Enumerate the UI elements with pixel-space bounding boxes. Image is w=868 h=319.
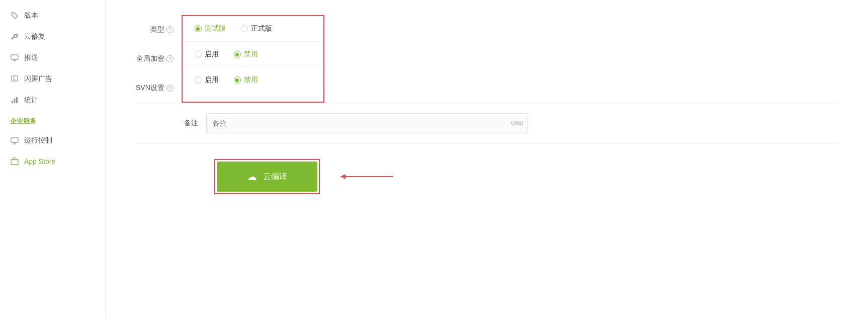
type-label-row: 类型 ? — [136, 15, 182, 44]
svg-rect-3 — [12, 101, 13, 103]
svg-rect-7 — [11, 160, 18, 165]
type-options-row: 测试版 正式版 — [183, 16, 323, 42]
desktop-icon — [10, 136, 19, 145]
wrench-icon — [10, 32, 19, 41]
encrypt-options-row: 启用 禁用 — [183, 42, 323, 67]
type-test-option[interactable]: 测试版 — [195, 24, 226, 33]
sidebar-item-stats[interactable]: 统计 — [0, 90, 105, 111]
enterprise-section-header: 企业服务 — [0, 113, 105, 130]
type-official-radio[interactable] — [241, 25, 248, 32]
monitor-icon — [10, 53, 19, 62]
display-icon — [10, 74, 19, 84]
sidebar-item-run-control[interactable]: 运行控制 — [0, 130, 105, 151]
svg-rect-4 — [14, 99, 16, 103]
sidebar-item-app-store-label: App Store — [24, 157, 55, 166]
arrow-svg — [333, 169, 398, 184]
encrypt-label-row: 全局加密 ? — [136, 44, 182, 73]
chart-icon — [10, 96, 19, 105]
encrypt-disable-label: 禁用 — [244, 50, 258, 59]
svn-disable-radio[interactable] — [234, 76, 241, 84]
sidebar: 版本 云修复 推送 闪屏广告 — [0, 0, 106, 319]
encrypt-enable-label: 启用 — [205, 50, 219, 59]
svg-rect-6 — [11, 138, 18, 142]
sidebar-item-app-store[interactable]: App Store — [0, 151, 105, 172]
sidebar-item-flash-ad-label: 闪屏广告 — [24, 74, 52, 84]
svg-rect-1 — [11, 55, 18, 59]
svn-disable-label: 禁用 — [244, 75, 258, 85]
svg-point-0 — [13, 14, 14, 15]
arrow-indicator — [333, 169, 398, 184]
compile-button[interactable]: ☁ 云编译 — [217, 162, 317, 192]
sidebar-item-flash-ad[interactable]: 闪屏广告 — [0, 68, 105, 90]
encrypt-help-icon[interactable]: ? — [166, 55, 173, 62]
sidebar-item-cloud-repair[interactable]: 云修复 — [0, 26, 105, 47]
remark-input-wrapper: 0/80 — [206, 113, 528, 133]
svg-marker-9 — [340, 174, 345, 179]
compile-button-area: ☁ 云编译 — [136, 144, 838, 209]
store-icon — [10, 157, 19, 166]
sidebar-item-version-label: 版本 — [24, 11, 38, 20]
remark-input[interactable] — [206, 113, 528, 133]
sidebar-item-run-control-label: 运行控制 — [24, 136, 52, 145]
svn-enable-label: 启用 — [205, 75, 219, 85]
sidebar-item-stats-label: 统计 — [24, 96, 38, 105]
remark-counter: 0/80 — [511, 120, 523, 127]
svn-label: SVN设置 — [136, 84, 164, 93]
encrypt-disable-radio[interactable] — [234, 51, 241, 58]
tag-icon — [10, 11, 19, 20]
compile-button-label: 云编译 — [263, 172, 287, 182]
form-labels-column: 类型 ? 全局加密 ? SVN设置 ? — [136, 15, 182, 103]
type-official-option[interactable]: 正式版 — [241, 24, 272, 33]
svn-options-row: 启用 禁用 — [183, 67, 323, 93]
type-encrypt-svn-box: 测试版 正式版 启用 禁用 — [182, 15, 324, 103]
svn-label-row: SVN设置 ? — [136, 73, 182, 103]
svg-rect-5 — [16, 97, 18, 103]
cloud-icon: ☁ — [247, 171, 257, 183]
sidebar-item-cloud-repair-label: 云修复 — [24, 32, 45, 41]
encrypt-enable-radio[interactable] — [195, 51, 202, 58]
svn-help-icon[interactable]: ? — [166, 85, 173, 92]
encrypt-label: 全局加密 — [136, 54, 164, 63]
sidebar-item-push-label: 推送 — [24, 53, 38, 62]
type-help-icon[interactable]: ? — [166, 26, 173, 33]
main-content: 类型 ? 全局加密 ? SVN设置 ? 测试版 — [106, 0, 868, 319]
sidebar-item-push[interactable]: 推送 — [0, 47, 105, 68]
encrypt-enable-option[interactable]: 启用 — [195, 50, 219, 59]
svn-enable-radio[interactable] — [195, 76, 202, 84]
sidebar-item-version[interactable]: 版本 — [0, 5, 105, 26]
type-test-label: 测试版 — [205, 24, 226, 33]
type-test-radio[interactable] — [195, 25, 202, 32]
remark-label: 备注 — [136, 119, 206, 128]
svn-disable-option[interactable]: 禁用 — [234, 75, 258, 85]
remark-row: 备注 0/80 — [136, 103, 838, 144]
type-official-label: 正式版 — [251, 24, 272, 33]
compile-button-highlight-box: ☁ 云编译 — [214, 159, 320, 194]
svn-enable-option[interactable]: 启用 — [195, 75, 219, 85]
encrypt-disable-option[interactable]: 禁用 — [234, 50, 258, 59]
type-label: 类型 — [150, 25, 164, 34]
